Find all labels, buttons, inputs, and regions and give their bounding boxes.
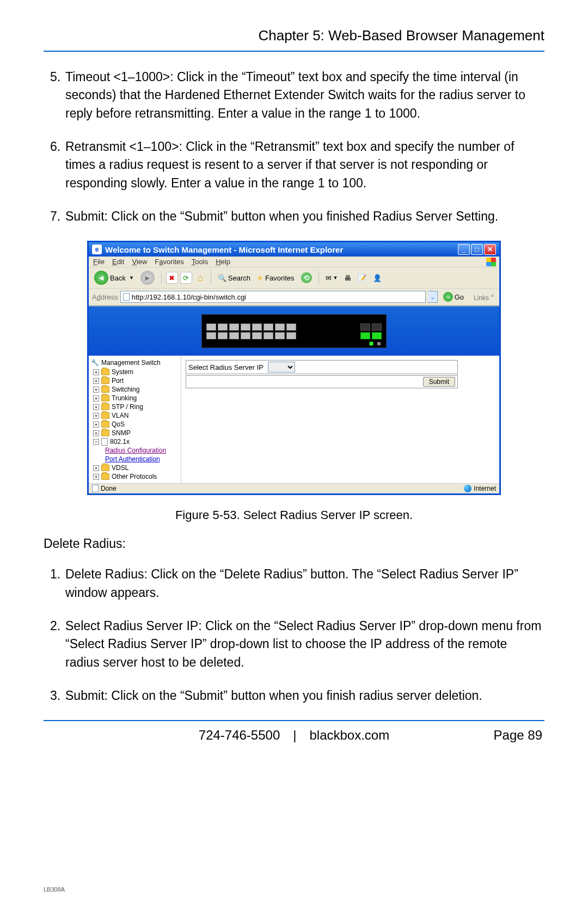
tree-item-other-protocols[interactable]: +Other Protocols	[89, 472, 181, 481]
tree-link-radius-config[interactable]: Radius Configuration	[105, 446, 181, 455]
item-number: 1.	[50, 565, 65, 602]
item-text: Submit: Click on the “Submit” button whe…	[65, 687, 544, 705]
body-bottom: 1.Delete Radius: Click on the “Delete Ra…	[50, 565, 544, 705]
submit-row: Submit	[186, 375, 458, 388]
address-dropdown[interactable]: ⌄	[428, 291, 438, 303]
chapter-title: Chapter 5: Web-Based Browser Management	[44, 27, 544, 44]
model-number: LB308A	[44, 886, 65, 893]
item-number: 3.	[50, 687, 65, 705]
home-button[interactable]: ⌂	[194, 272, 206, 284]
links-label[interactable]: Links »	[471, 292, 496, 302]
menu-bar: File Edit View Favorites Tools Help	[89, 257, 499, 267]
zone-text: Internet	[474, 485, 496, 492]
search-button[interactable]: 🔍Search	[216, 273, 253, 283]
refresh-button[interactable]: ⟳	[180, 272, 192, 284]
device-banner	[89, 307, 499, 356]
tree-root[interactable]: 🔧 Management Switch	[89, 358, 181, 368]
browser-window: e Welcome to Switch Management - Microso…	[87, 241, 501, 495]
tree-link-port-auth[interactable]: Port Authentication	[105, 455, 181, 463]
tree-item-qos[interactable]: +QoS	[89, 420, 181, 429]
tree-item-trunking[interactable]: +Trunking	[89, 394, 181, 402]
messenger-button[interactable]: 👤	[371, 273, 384, 283]
item-number: 6.	[50, 138, 65, 192]
address-input[interactable]: http://192.168.1.10/cgi-bin/switch.cgi	[120, 291, 426, 303]
nav-tree: 🔧 Management Switch +System +Port +Switc…	[89, 356, 181, 483]
page-footer: 724-746-5500 | blackbox.com Page 89	[44, 728, 544, 743]
rule-top	[44, 51, 544, 52]
figure-caption: Figure 5-53. Select Radius Server IP scr…	[44, 508, 544, 522]
status-bar: Done Internet	[89, 483, 499, 493]
item-text: Timeout <1–1000>: Click in the “Timeout”…	[65, 68, 544, 123]
menu-help[interactable]: Help	[216, 258, 230, 266]
window-titlebar: e Welcome to Switch Management - Microso…	[89, 242, 499, 257]
menu-tools[interactable]: Tools	[192, 258, 208, 266]
submit-button[interactable]: Submit	[423, 377, 455, 387]
page-number: Page 89	[477, 728, 542, 743]
status-text: Done	[101, 485, 117, 492]
item-number: 5.	[50, 68, 65, 123]
history-button[interactable]: ⟲	[299, 271, 314, 284]
back-button[interactable]: ◄Back▼	[92, 270, 136, 286]
radius-ip-select[interactable]	[268, 362, 295, 373]
item-text: Select Radius Server IP: Click on the “S…	[65, 617, 544, 672]
edit-button[interactable]: 📝	[356, 273, 369, 283]
ie-icon: e	[92, 245, 102, 254]
page-icon	[123, 293, 130, 301]
item-text: Retransmit <1–100>: Click in the “Retran…	[65, 138, 544, 192]
menu-view[interactable]: View	[132, 258, 147, 266]
mail-button[interactable]: ✉▼	[323, 273, 340, 283]
item-text: Submit: Click on the “Submit” button whe…	[65, 208, 544, 225]
status-doc-icon	[92, 485, 99, 492]
footer-contact: 724-746-5500 | blackbox.com	[111, 728, 477, 743]
tree-item-switching[interactable]: +Switching	[89, 385, 181, 394]
minimize-button[interactable]: _	[458, 244, 470, 255]
go-button[interactable]: →Go	[440, 291, 467, 302]
form-label: Select Radius Server IP	[188, 363, 264, 371]
menu-favorites[interactable]: Favorites	[155, 258, 183, 266]
tree-item-vdsl[interactable]: +VDSL	[89, 463, 181, 472]
rule-bottom	[44, 720, 544, 721]
stop-button[interactable]: ✖	[166, 272, 178, 284]
select-radius-row: Select Radius Server IP	[186, 360, 458, 374]
window-title: Welcome to Switch Management - Microsoft…	[105, 245, 343, 254]
address-label: Address	[92, 293, 118, 301]
toolbar: ◄Back▼ ► ✖ ⟳ ⌂ 🔍Search ★Favorites ⟲ ✉▼ 🖶…	[89, 267, 499, 289]
tree-item-stp-ring[interactable]: +STP / Ring	[89, 402, 181, 411]
tree-item-8021x[interactable]: −802.1x	[89, 437, 181, 446]
maximize-button[interactable]: □	[471, 244, 483, 255]
tree-item-port[interactable]: +Port	[89, 376, 181, 385]
delete-radius-heading: Delete Radius:	[44, 536, 544, 551]
menu-file[interactable]: File	[93, 258, 105, 266]
menu-edit[interactable]: Edit	[112, 258, 124, 266]
close-button[interactable]: ✕	[484, 244, 496, 255]
switch-device-graphic	[201, 314, 387, 348]
internet-zone-icon	[464, 485, 471, 492]
tool-icon: 🔧	[91, 359, 99, 367]
body-top: 5.Timeout <1–1000>: Click in the “Timeou…	[50, 68, 544, 225]
forward-button[interactable]: ►	[138, 270, 157, 286]
tree-item-vlan[interactable]: +VLAN	[89, 411, 181, 420]
url-text: http://192.168.1.10/cgi-bin/switch.cgi	[132, 293, 246, 301]
item-number: 7.	[50, 208, 65, 225]
print-button[interactable]: 🖶	[342, 273, 353, 283]
item-number: 2.	[50, 617, 65, 672]
tree-item-snmp[interactable]: +SNMP	[89, 429, 181, 437]
favorites-button[interactable]: ★Favorites	[255, 273, 296, 283]
content-pane: Select Radius Server IP Submit	[181, 356, 499, 483]
address-bar: Address http://192.168.1.10/cgi-bin/swit…	[89, 289, 499, 306]
windows-flag-icon	[486, 258, 496, 266]
tree-item-system[interactable]: +System	[89, 368, 181, 376]
item-text: Delete Radius: Click on the “Delete Radi…	[65, 565, 544, 602]
